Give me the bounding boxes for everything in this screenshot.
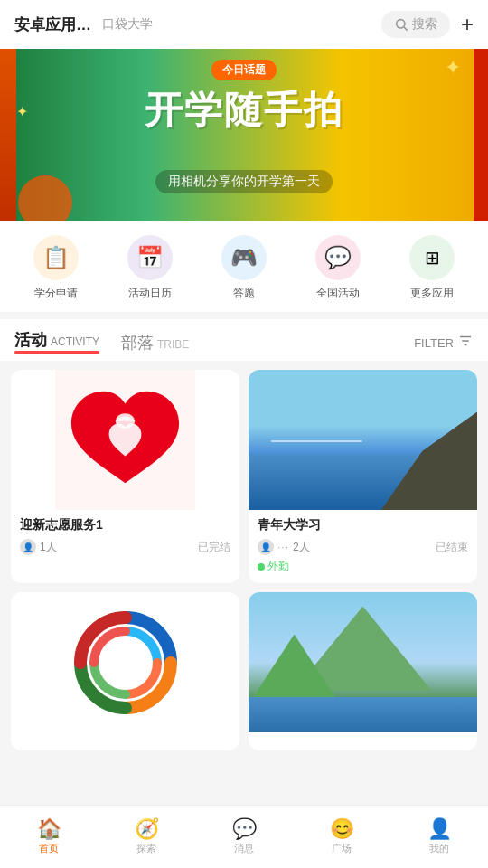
card-volunteer-image [11, 370, 239, 510]
nav-message-label: 消息 [234, 842, 254, 855]
card-volunteer-title: 迎新志愿服务1 [20, 517, 230, 533]
card-volunteer-meta-left: 👤 1人 [20, 539, 57, 555]
header: 安卓应用… 口袋大学 搜索 + [0, 0, 488, 49]
nav-mine[interactable]: 👤 我的 [390, 819, 488, 855]
banner-left-bar [0, 49, 16, 221]
card-youth-body: 青年大学习 👤 ··· 2人 已结束 外勤 [249, 510, 477, 583]
mine-icon: 👤 [427, 819, 452, 839]
ocean-bg [249, 370, 477, 510]
card-volunteer-count: 1人 [40, 540, 57, 555]
app-title: 安卓应用… [14, 14, 91, 35]
banner[interactable]: ✦ ✦ 今日话题 开学随手拍 用相机分享你的开学第一天 [0, 49, 488, 221]
tab-activity[interactable]: 活动 ACTIVITY [14, 332, 99, 354]
card-circle-image [11, 592, 239, 732]
banner-star-1: ✦ [445, 56, 461, 80]
message-icon: 💬 [232, 819, 257, 839]
cards-grid: 迎新志愿服务1 👤 1人 已完结 青年大学习 [0, 361, 488, 760]
mountain-bg [249, 592, 477, 732]
calendar-icon-circle: 📅 [127, 235, 173, 280]
search-label: 搜索 [412, 16, 437, 33]
nav-mine-label: 我的 [429, 842, 449, 855]
nav-message[interactable]: 💬 消息 [195, 819, 293, 855]
tab-activity-main: 活动 [14, 332, 47, 348]
card-youth[interactable]: 青年大学习 👤 ··· 2人 已结束 外勤 [249, 370, 477, 583]
tab-activity-sub: ACTIVITY [51, 335, 99, 348]
filter-label: FILTER [414, 336, 454, 350]
card-youth-meta: 👤 ··· 2人 已结束 [258, 539, 468, 555]
home-icon: 🏠 [37, 819, 61, 839]
nav-explore[interactable]: 🧭 探索 [98, 819, 195, 855]
card-mountain-body [249, 732, 477, 750]
banner-star-2: ✦ [16, 103, 28, 120]
banner-main-text: 开学随手拍 [145, 85, 343, 136]
tab-tribe-sub: TRIBE [157, 338, 189, 351]
nav-home[interactable]: 🏠 首页 [0, 819, 98, 855]
app-subtitle: 口袋大学 [102, 16, 381, 33]
card-youth-avatar: 👤 [258, 539, 274, 555]
quick-icons-row: 📋 学分申请 📅 活动日历 🎮 答题 💬 全国活动 ⊞ 更多应用 [0, 221, 488, 312]
quick-icon-calendar[interactable]: 📅 活动日历 [127, 235, 173, 301]
quiz-icon-label: 答题 [233, 286, 255, 301]
banner-topic-tag: 今日话题 [211, 60, 277, 80]
card-volunteer-status: 已完结 [198, 540, 230, 555]
filter-icon [457, 333, 474, 353]
quick-icon-credit[interactable]: 📋 学分申请 [33, 235, 79, 301]
filter-button[interactable]: FILTER [414, 333, 474, 353]
tab-tribe[interactable]: 部落 TRIBE [121, 335, 189, 351]
more-icon-label: 更多应用 [410, 286, 454, 301]
banner-right-bar [474, 49, 488, 221]
card-volunteer-body: 迎新志愿服务1 👤 1人 已完结 [11, 510, 239, 564]
credit-icon-label: 学分申请 [34, 286, 78, 301]
nav-square-label: 广场 [332, 842, 352, 855]
quiz-icon-circle: 🎮 [221, 235, 267, 280]
card-volunteer-meta: 👤 1人 已完结 [20, 539, 230, 555]
quick-icon-quiz[interactable]: 🎮 答题 [221, 235, 267, 301]
banner-sub-text: 用相机分享你的开学第一天 [155, 170, 333, 193]
quick-icon-national[interactable]: 💬 全国活动 [315, 235, 361, 301]
svg-line-1 [404, 27, 408, 31]
tag-dot-icon [258, 563, 265, 571]
card-youth-meta-left: 👤 ··· 2人 [258, 539, 310, 555]
tab-activity-underline [14, 351, 99, 354]
nav-explore-label: 探索 [136, 842, 156, 855]
national-icon-label: 全国活动 [316, 286, 360, 301]
national-icon-circle: 💬 [315, 235, 361, 280]
calendar-icon-label: 活动日历 [128, 286, 172, 301]
circle-logo-bg [11, 592, 239, 732]
mountain-water [249, 697, 477, 732]
search-button[interactable]: 搜索 [381, 11, 450, 38]
tab-tribe-main: 部落 [121, 335, 154, 351]
card-youth-status: 已结束 [436, 540, 468, 555]
ocean-trail [271, 440, 362, 442]
tabs-row: 活动 ACTIVITY 部落 TRIBE FILTER [0, 319, 488, 361]
quick-icon-more[interactable]: ⊞ 更多应用 [409, 235, 455, 301]
card-youth-title: 青年大学习 [258, 517, 468, 533]
search-icon [394, 17, 408, 32]
nav-square[interactable]: 😊 广场 [293, 819, 390, 855]
explore-icon: 🧭 [135, 819, 159, 839]
card-mountain-image [249, 592, 477, 732]
svg-point-0 [397, 20, 405, 28]
card-youth-tag: 外勤 [258, 559, 468, 574]
card-youth-dots: ··· [277, 541, 289, 553]
card-youth-tag-text: 外勤 [267, 559, 289, 574]
card-volunteer[interactable]: 迎新志愿服务1 👤 1人 已完结 [11, 370, 239, 583]
card-volunteer-avatar: 👤 [20, 539, 36, 555]
add-button[interactable]: + [461, 14, 474, 35]
circle-logo-svg [71, 609, 180, 717]
card-youth-image [249, 370, 477, 510]
square-icon: 😊 [330, 819, 354, 839]
bottom-nav: 🏠 首页 🧭 探索 💬 消息 😊 广场 👤 我的 [0, 805, 488, 868]
card-mountain[interactable] [249, 592, 477, 750]
card-circle-body [11, 732, 239, 750]
credit-icon-circle: 📋 [33, 235, 79, 280]
card-circle[interactable] [11, 592, 239, 750]
card-youth-count: 2人 [293, 540, 310, 555]
nav-home-label: 首页 [39, 842, 59, 855]
more-icon-circle: ⊞ [409, 235, 455, 280]
